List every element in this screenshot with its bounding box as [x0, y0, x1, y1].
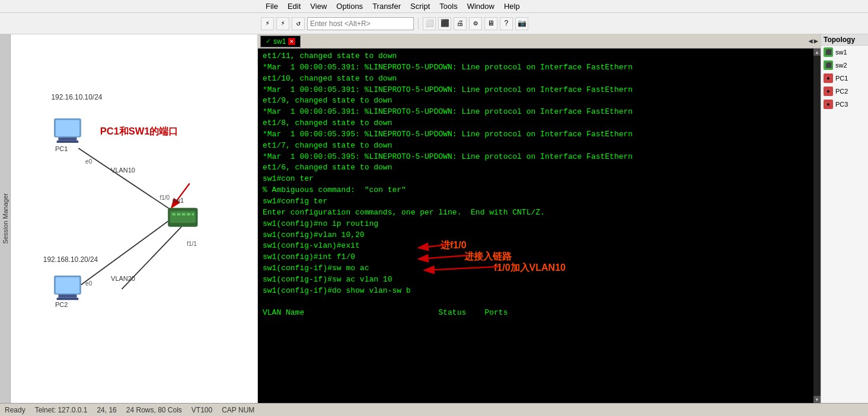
sw1-label: sw1 [172, 197, 184, 204]
port-e0-pc1: e0 [85, 158, 92, 165]
vlan20-label: VLAN20 [111, 275, 135, 282]
topology-label-sw2: sw2 [835, 62, 847, 69]
toolbar-btn-refresh[interactable]: ↺ [292, 17, 305, 30]
tab-sw1[interactable]: ✓ sw1 ✕ [260, 36, 301, 47]
pc-icon-3: ● [824, 100, 833, 109]
terminal-line-21: sw1(config-if)#do show vlan-sw b [263, 286, 816, 297]
pc2-icon-base [58, 295, 76, 297]
terminal-line-23: VLAN Name Status Ports [263, 308, 816, 319]
terminal-line-17-container: sw1(config-vlan)#exit 进f1/0 [263, 241, 816, 252]
terminal-line-8: et1/7, changed state to down [263, 140, 816, 152]
menu-bar: File Edit View Options Transfer Script T… [0, 0, 868, 13]
topology-item-pc2[interactable]: ● PC2 [821, 85, 868, 98]
toolbar-btn-lightning[interactable]: ⚡ [276, 17, 289, 30]
main-layout: Session Manager 192.16.10.10/24 PC1 PC1和… [0, 34, 868, 403]
topology-item-sw1[interactable]: ⬛ sw1 [821, 46, 868, 59]
tab-label: sw1 [273, 37, 286, 46]
scroll-down-btn[interactable]: ▼ [813, 396, 821, 403]
menu-item-window[interactable]: Window [462, 2, 499, 11]
terminal-line-9: *Mar 1 00:00:05.395: %LINEPROTO-5-UPDOWN… [263, 152, 816, 163]
terminal-line-4: et1/9, changed state to down [263, 95, 816, 107]
sw1-icon-inner [170, 211, 196, 223]
status-size: 24 Rows, 80 Cols [126, 406, 182, 414]
terminal-line-0: et1/11, changed state to down [263, 51, 816, 62]
terminal-line-12: % Ambiguous command: "con ter" [263, 185, 816, 196]
toolbar-btn-paste[interactable]: ⬛ [438, 17, 451, 30]
status-terminal: VT100 [192, 406, 212, 414]
tab-scroll-arrows: ◀ ▶ [809, 37, 818, 46]
toolbar-btn-copy[interactable]: ⬜ [423, 17, 436, 30]
pc2-screen [56, 277, 79, 293]
terminal-line-13: sw1#config ter [263, 196, 816, 207]
session-manager-tab[interactable]: Session Manager [2, 193, 9, 244]
scroll-up-btn[interactable]: ▲ [813, 49, 821, 56]
status-telnet: Telnet: 127.0.0.1 [35, 406, 88, 414]
menu-item-edit[interactable]: Edit [283, 2, 305, 11]
toolbar-btn-screenshot[interactable]: 📷 [515, 17, 528, 30]
pc2-label: PC2 [55, 301, 68, 308]
topology-label-sw1: sw1 [835, 49, 847, 56]
terminal-line-10: et1/6, changed state to down [263, 162, 816, 174]
annotation-title: PC1和SW1的端口 [100, 126, 178, 136]
toolbar-btn-settings[interactable]: ⚙ [469, 17, 482, 30]
switch-icon-1: ⬛ [824, 47, 833, 57]
toolbar-btn-print[interactable]: 🖨 [454, 17, 467, 30]
sw1-port2 [177, 213, 180, 216]
svg-line-2 [426, 267, 499, 270]
host-input[interactable] [307, 17, 414, 30]
menu-item-view[interactable]: View [305, 2, 331, 11]
pc2-icon-stand [57, 298, 79, 300]
terminal-line-22 [263, 297, 816, 308]
topology-item-sw2[interactable]: ⬛ sw2 [821, 59, 868, 72]
terminal-line-11: sw1#con ter [263, 174, 816, 185]
terminal-line-1: *Mar 1 00:00:05.391: %LINEPROTO-5-UPDOWN… [263, 62, 816, 73]
sw1-port4 [187, 213, 190, 216]
toolbar: ⚡ ⚡ ↺ ⬜ ⬛ 🖨 ⚙ 🖥 ? 📷 [0, 13, 868, 34]
arrow-vlan10-svg [393, 258, 512, 276]
terminal-content[interactable]: et1/11, changed state to down *Mar 1 00:… [258, 49, 821, 403]
menu-item-options[interactable]: Options [331, 2, 368, 11]
topology-label-pc1: PC1 [835, 75, 848, 82]
terminal-line-20: sw1(config-if)#sw ac vlan 10 [263, 274, 816, 286]
pc1-screen [56, 120, 79, 136]
toolbar-btn-question[interactable]: ? [500, 17, 513, 30]
terminal-line-15: sw1(config)#no ip routing [263, 219, 816, 230]
toolbar-btn-monitor[interactable]: 🖥 [484, 17, 497, 30]
pc-icon-1: ● [824, 73, 833, 83]
menu-item-help[interactable]: Help [499, 2, 525, 11]
terminal-line-5: *Mar 1 00:00:05.391: %LINEPROTO-5-UPDOWN… [263, 107, 816, 118]
terminal-line-2: et1/10, changed state to down [263, 73, 816, 85]
pc-icon-2: ● [824, 87, 833, 96]
topology-item-pc1[interactable]: ● PC1 [821, 72, 868, 85]
left-panel: Session Manager 192.16.10.10/24 PC1 PC1和… [0, 34, 258, 403]
sw1-port1 [172, 213, 175, 216]
terminal-line-19-container: sw1(config-if)#sw mo ac f1/0加入VLAN10 [263, 263, 816, 274]
port-f10: f1/0 [159, 194, 170, 201]
network-svg: 192.16.10.10/24 PC1 PC1和SW1的端口 e0 VLAN10 [11, 34, 257, 403]
terminal-line-7: *Mar 1 00:00:05.395: %LINEPROTO-5-UPDOWN… [263, 129, 816, 140]
status-bar: Ready Telnet: 127.0.0.1 24, 16 24 Rows, … [0, 403, 868, 416]
topology-label-pc3: PC3 [835, 101, 848, 108]
toolbar-separator [418, 18, 419, 30]
tab-arrow-left[interactable]: ◀ [809, 37, 813, 46]
topology-label-pc2: PC2 [835, 88, 848, 95]
menu-item-script[interactable]: Script [406, 2, 435, 11]
tab-check-icon: ✓ [266, 37, 271, 45]
tab-close-btn[interactable]: ✕ [288, 38, 295, 45]
tab-bar: ✓ sw1 ✕ ◀ ▶ [258, 34, 821, 49]
pc1-icon-base [58, 137, 76, 140]
menu-item-tools[interactable]: Tools [435, 2, 462, 11]
tab-arrow-right[interactable]: ▶ [814, 37, 818, 46]
terminal-panel: ✓ sw1 ✕ ◀ ▶ et1/11, changed state to dow… [258, 34, 821, 403]
scroll-thumb[interactable] [813, 56, 821, 396]
menu-item-transfer[interactable]: Transfer [368, 2, 406, 11]
topology-item-pc3[interactable]: ● PC3 [821, 98, 868, 111]
terminal-scrollbar[interactable]: ▲ ▼ [813, 49, 821, 403]
terminal-line-16: sw1(config)#vlan 10,20 [263, 230, 816, 241]
toolbar-btn-connect[interactable]: ⚡ [261, 17, 274, 30]
terminal-line-3: *Mar 1 00:00:05.391: %LINEPROTO-5-UPDOWN… [263, 85, 816, 96]
pc1-icon-stand [57, 140, 79, 143]
menu-item-file[interactable]: File [261, 2, 283, 11]
link-pc1-sw1 [78, 148, 176, 213]
pc2-ip-label: 192.168.10.20/24 [43, 255, 98, 264]
